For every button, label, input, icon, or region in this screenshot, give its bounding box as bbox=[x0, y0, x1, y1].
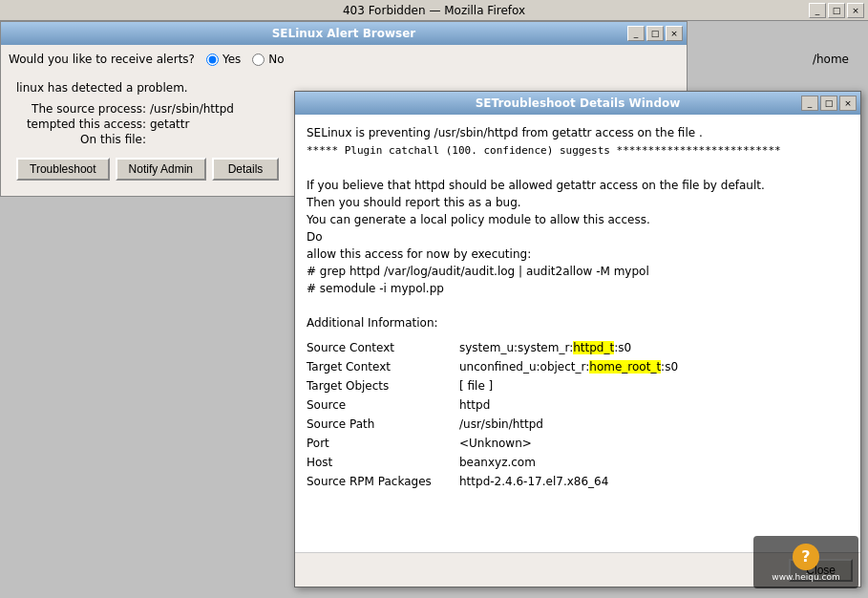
target-context-value: unconfined_u:object_r:home_root_t:s0 bbox=[459, 358, 678, 375]
selinux-window-title: SELinux Alert Browser bbox=[272, 27, 416, 40]
info-row-target-context: Target Context unconfined_u:object_r:hom… bbox=[307, 358, 849, 375]
source-process-label: The source process: bbox=[16, 102, 150, 116]
attempted-access-label: tempted this access: bbox=[16, 117, 150, 131]
radio-no-label: No bbox=[268, 53, 284, 66]
host-value: beanxyz.com bbox=[459, 454, 536, 471]
watermark-site: www.heiqu.com bbox=[772, 572, 839, 582]
watermark-icon: ? bbox=[793, 544, 819, 570]
selinux-titlebar: SELinux Alert Browser _ □ × bbox=[1, 22, 687, 45]
source-rpm-value: httpd-2.4.6-17.el7.x86_64 bbox=[459, 473, 608, 490]
source-path-label: Source Path bbox=[307, 416, 459, 433]
selinux-window-controls: _ □ × bbox=[627, 26, 683, 41]
info-row-source-rpm: Source RPM Packages httpd-2.4.6-17.el7.x… bbox=[307, 473, 849, 490]
browser-title: 403 Forbidden — Mozilla Firefox bbox=[343, 4, 525, 17]
info-row-host: Host beanxyz.com bbox=[307, 454, 849, 471]
selinux-maximize-button[interactable]: □ bbox=[646, 26, 664, 41]
port-label: Port bbox=[307, 435, 459, 452]
stars-text: ***** Plugin catchall (100. confidence) … bbox=[307, 144, 781, 157]
watermark: ? www.heiqu.com bbox=[753, 536, 858, 588]
browser-close-button[interactable]: × bbox=[847, 3, 864, 18]
details-line1: SELinux is preventing /usr/sbin/httpd fr… bbox=[307, 124, 849, 141]
source-context-label: Source Context bbox=[307, 339, 459, 356]
info-row-port: Port <Unknown> bbox=[307, 435, 849, 452]
details-line6: You can generate a local policy module t… bbox=[307, 211, 849, 228]
httpd-t-highlight: httpd_t bbox=[573, 341, 614, 354]
details-line10: # semodule -i mypol.pp bbox=[307, 280, 849, 297]
browser-maximize-button[interactable]: □ bbox=[828, 3, 845, 18]
info-row-source-context: Source Context system_u:system_r:httpd_t… bbox=[307, 339, 849, 356]
details-window-controls: _ □ × bbox=[801, 96, 857, 111]
target-objects-value: [ file ] bbox=[459, 377, 493, 395]
details-line5: Then you should report this as a bug. bbox=[307, 194, 849, 211]
details-maximize-button[interactable]: □ bbox=[820, 96, 837, 111]
on-this-file-label: On this file: bbox=[16, 133, 150, 146]
details-window-title: SETroubleshoot Details Window bbox=[476, 96, 681, 110]
watermark-icon-symbol: ? bbox=[801, 547, 810, 566]
source-context-value: system_u:system_r:httpd_t:s0 bbox=[459, 339, 631, 356]
port-value: <Unknown> bbox=[459, 435, 532, 452]
source-value: httpd bbox=[459, 396, 490, 414]
selinux-minimize-button[interactable]: _ bbox=[627, 26, 645, 41]
details-window: SETroubleshoot Details Window _ □ × SELi… bbox=[294, 91, 861, 587]
source-path-value: /usr/sbin/httpd bbox=[459, 416, 543, 433]
host-label: Host bbox=[307, 454, 459, 471]
notify-admin-button[interactable]: Notify Admin bbox=[116, 158, 206, 181]
browser-minimize-button[interactable]: _ bbox=[809, 3, 826, 18]
home-root-t-highlight: home_root_t bbox=[589, 360, 661, 374]
alert-question-row: Would you like to receive alerts? Yes No bbox=[9, 53, 679, 66]
details-line7: Do bbox=[307, 228, 849, 246]
browser-window-controls: _ □ × bbox=[809, 3, 864, 18]
target-objects-label: Target Objects bbox=[307, 377, 459, 395]
details-close-button[interactable]: × bbox=[839, 96, 857, 111]
selinux-close-button[interactable]: × bbox=[666, 26, 683, 41]
details-minimize-button[interactable]: _ bbox=[801, 96, 818, 111]
details-line4: If you believe that httpd should be allo… bbox=[307, 177, 849, 194]
details-button[interactable]: Details bbox=[212, 158, 279, 181]
info-row-source: Source httpd bbox=[307, 396, 849, 414]
details-line8: allow this access for now by executing: bbox=[307, 246, 849, 263]
source-rpm-label: Source RPM Packages bbox=[307, 473, 459, 490]
details-stars-line: ***** Plugin catchall (100. confidence) … bbox=[307, 141, 849, 160]
target-context-label: Target Context bbox=[307, 358, 459, 375]
radio-yes-group: Yes bbox=[206, 53, 241, 66]
radio-yes[interactable] bbox=[206, 53, 219, 66]
attempted-access-value: getattr bbox=[150, 117, 189, 131]
source-process-value: /usr/sbin/httpd bbox=[150, 102, 234, 116]
radio-yes-label: Yes bbox=[222, 53, 241, 66]
source-label: Source bbox=[307, 396, 459, 414]
home-text: /home bbox=[813, 53, 849, 66]
radio-no-group: No bbox=[252, 53, 284, 66]
details-info-section: Source Context system_u:system_r:httpd_t… bbox=[307, 339, 849, 490]
details-line9: # grep httpd /var/log/audit/audit.log | … bbox=[307, 263, 849, 280]
details-additional-info-header: Additional Information: bbox=[307, 314, 849, 331]
info-row-target-objects: Target Objects [ file ] bbox=[307, 377, 849, 395]
details-titlebar: SETroubleshoot Details Window _ □ × bbox=[295, 92, 860, 115]
radio-no[interactable] bbox=[252, 53, 265, 66]
details-content: SELinux is preventing /usr/sbin/httpd fr… bbox=[295, 115, 860, 552]
alert-question-text: Would you like to receive alerts? bbox=[9, 53, 195, 66]
browser-titlebar: 403 Forbidden — Mozilla Firefox _ □ × bbox=[0, 0, 868, 21]
troubleshoot-button[interactable]: Troubleshoot bbox=[16, 158, 110, 181]
info-row-source-path: Source Path /usr/sbin/httpd bbox=[307, 416, 849, 433]
